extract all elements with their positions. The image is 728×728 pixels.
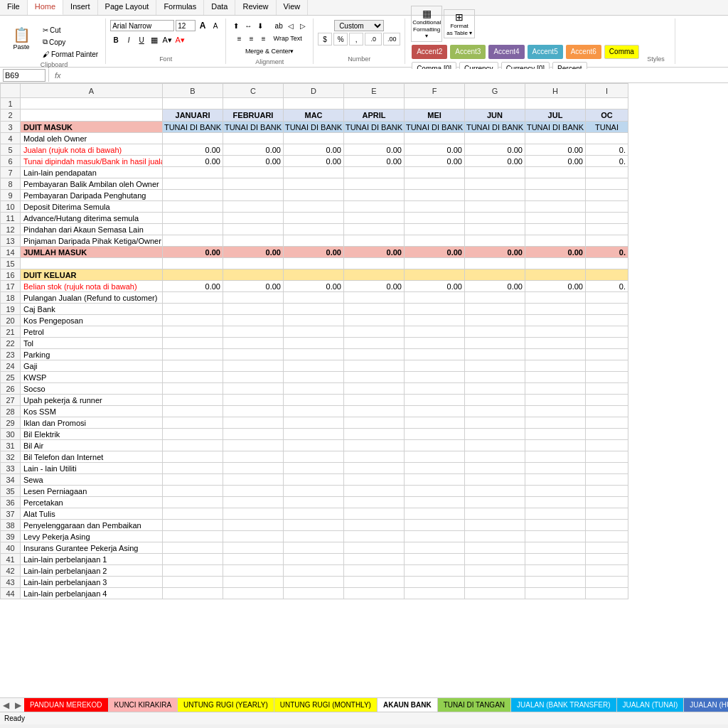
cell-d6[interactable]: 0.00 [284, 156, 344, 167]
comma-button[interactable]: , [349, 33, 363, 46]
cell-h16[interactable] [525, 269, 586, 281]
format-painter-button[interactable]: 🖌 Format Painter [40, 48, 101, 60]
cell-b15[interactable] [163, 258, 223, 269]
underline-button[interactable]: U [136, 34, 147, 46]
accent5-style-button[interactable]: Accent5 [528, 45, 563, 59]
cell-e8[interactable] [344, 178, 405, 190]
cell-f2[interactable]: MEI [405, 109, 465, 122]
cell-f4[interactable] [405, 133, 465, 144]
cell-c11[interactable] [223, 213, 284, 224]
cell-g14[interactable]: 0.00 [465, 247, 525, 258]
cell-g13[interactable] [465, 235, 525, 247]
cell-e16[interactable] [344, 269, 405, 281]
cell-h13[interactable] [525, 235, 586, 247]
cell-i17[interactable]: 0. [586, 281, 628, 292]
cell-f7[interactable] [405, 167, 465, 178]
cell-i3[interactable]: TUNAI [586, 122, 628, 133]
conditional-formatting-button[interactable]: ▦ ConditionalFormatting ▾ [411, 6, 442, 42]
tab-data[interactable]: Data [204, 0, 235, 15]
sheet-tab-jualan-tunai[interactable]: JUALAN (TUNAI) [617, 698, 685, 712]
cell-d14[interactable]: 0.00 [284, 247, 344, 258]
cell-b10[interactable] [163, 201, 223, 213]
sheet-nav-left[interactable]: ◀ [0, 700, 12, 710]
cell-i1[interactable] [586, 98, 628, 109]
cell-e1[interactable] [344, 98, 405, 109]
cell-c16[interactable] [223, 269, 284, 281]
accent6-style-button[interactable]: Accent6 [566, 45, 601, 59]
sheet-tab-untung-monthly[interactable]: UNTUNG RUGI (MONTHLY) [274, 698, 378, 712]
cell-c4[interactable] [223, 133, 284, 144]
cell-f13[interactable] [405, 235, 465, 247]
cell-b1[interactable] [163, 98, 223, 109]
dollar-button[interactable]: $ [318, 33, 332, 46]
cell-a3[interactable]: DUIT MASUK [21, 122, 163, 133]
cell-g9[interactable] [465, 190, 525, 201]
cell-d9[interactable] [284, 190, 344, 201]
comma-style-button[interactable]: Comma [604, 45, 639, 59]
cell-i16[interactable] [586, 269, 628, 281]
cell-h9[interactable] [525, 190, 586, 201]
cell-e11[interactable] [344, 213, 405, 224]
cell-h5[interactable]: 0.00 [525, 144, 586, 156]
increase-font-size-button[interactable]: A [197, 20, 208, 31]
cell-e9[interactable] [344, 190, 405, 201]
cell-b2[interactable]: JANUARI [163, 109, 223, 122]
cell-d15[interactable] [284, 258, 344, 269]
italic-button[interactable]: I [123, 34, 134, 46]
col-header-a[interactable]: A [21, 84, 163, 98]
cell-b5[interactable]: 0.00 [163, 144, 223, 156]
tab-formulas[interactable]: Formulas [156, 0, 204, 15]
cell-e15[interactable] [344, 258, 405, 269]
tab-insert[interactable]: Insert [63, 0, 98, 15]
cell-c6[interactable]: 0.00 [223, 156, 284, 167]
align-right-button[interactable]: ≡ [258, 33, 269, 44]
tab-file[interactable]: File [0, 0, 28, 15]
cell-i7[interactable] [586, 167, 628, 178]
cell-a17[interactable]: Belian stok (rujuk nota di bawah) [21, 281, 163, 292]
tab-review[interactable]: Review [235, 0, 276, 15]
cell-b11[interactable] [163, 213, 223, 224]
font-size-input[interactable] [176, 20, 196, 31]
cell-a2[interactable] [21, 109, 163, 122]
cell-i2[interactable]: OC [586, 109, 628, 122]
cell-e13[interactable] [344, 235, 405, 247]
sheet-nav-right[interactable]: ▶ [12, 700, 24, 710]
cell-a12[interactable]: Pindahan dari Akaun Semasa Lain [21, 224, 163, 235]
cell-d4[interactable] [284, 133, 344, 144]
text-direction-button[interactable]: ab [273, 20, 284, 31]
cell-i8[interactable] [586, 178, 628, 190]
cell-h17[interactable]: 0.00 [525, 281, 586, 292]
accent3-style-button[interactable]: Accent3 [450, 45, 486, 59]
cell-a16[interactable]: DUIT KELUAR [21, 269, 163, 281]
cut-button[interactable]: ✂ Cut [40, 24, 101, 36]
decrease-font-size-button[interactable]: A [210, 20, 221, 31]
sheet-tab-kunci[interactable]: KUNCI KIRAKIRA [109, 698, 178, 712]
tab-view[interactable]: View [277, 0, 309, 15]
bold-button[interactable]: B [110, 34, 122, 46]
cell-f17[interactable]: 0.00 [405, 281, 465, 292]
sheet-tab-jualan-bank[interactable]: JUALAN (BANK TRANSFER) [511, 698, 617, 712]
cell-h2[interactable]: JUL [525, 109, 586, 122]
cell-b4[interactable] [163, 133, 223, 144]
cell-c9[interactable] [223, 190, 284, 201]
sheet-tab-tunai[interactable]: TUNAI DI TANGAN [438, 698, 511, 712]
sheet-tab-akaun-bank[interactable]: AKAUN BANK [378, 698, 438, 712]
cell-i6[interactable]: 0. [586, 156, 628, 167]
cell-a4[interactable]: Modal oleh Owner [21, 133, 163, 144]
cell-g3[interactable]: TUNAI DI BANK [465, 122, 525, 133]
cell-d12[interactable] [284, 224, 344, 235]
cell-b16[interactable] [163, 269, 223, 281]
formula-input[interactable] [67, 69, 725, 82]
cell-i13[interactable] [586, 235, 628, 247]
col-header-b[interactable]: B [163, 84, 223, 98]
accent4-style-button[interactable]: Accent4 [488, 45, 524, 59]
cell-h11[interactable] [525, 213, 586, 224]
cell-g5[interactable]: 0.00 [465, 144, 525, 156]
font-name-input[interactable] [110, 20, 174, 31]
align-bottom-button[interactable]: ⬇ [255, 20, 266, 31]
cell-g15[interactable] [465, 258, 525, 269]
cell-d7[interactable] [284, 167, 344, 178]
cell-d13[interactable] [284, 235, 344, 247]
cell-c7[interactable] [223, 167, 284, 178]
cell-f16[interactable] [405, 269, 465, 281]
